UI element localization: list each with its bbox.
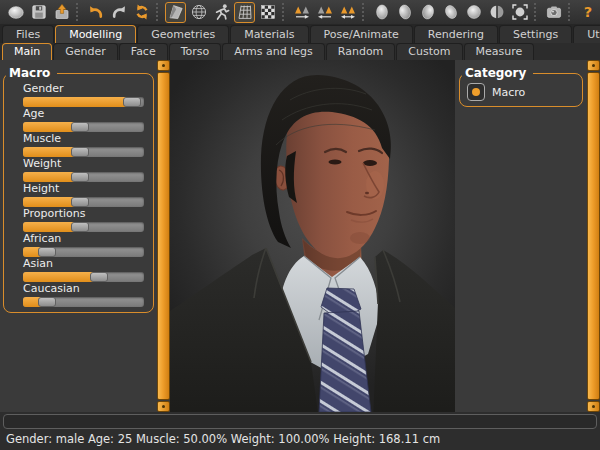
toolbar-group <box>4 2 73 23</box>
smooth-shading-button[interactable] <box>165 2 186 23</box>
slider-handle[interactable] <box>71 172 89 182</box>
slider-handle[interactable] <box>71 197 89 207</box>
view-top-button[interactable] <box>463 2 484 23</box>
save-button[interactable] <box>28 2 49 23</box>
symmetry-both-button[interactable] <box>337 2 358 23</box>
texture-button[interactable] <box>257 2 278 23</box>
reset-button[interactable] <box>131 2 152 23</box>
slider-label: Weight <box>23 158 144 170</box>
tab-pose-animate[interactable]: Pose/Animate <box>310 25 413 43</box>
undo-icon <box>87 3 105 21</box>
scrollbar-down-button[interactable] <box>157 401 170 412</box>
view-quarter-right-button[interactable] <box>440 2 461 23</box>
macro-group-box: Macro GenderAgeMuscleWeightHeightProport… <box>3 73 154 313</box>
category-option-macro[interactable]: Macro <box>465 82 577 104</box>
mesh-icon <box>7 3 25 21</box>
svg-text:?: ? <box>583 4 591 20</box>
help-button[interactable]: ? <box>577 2 598 23</box>
radio-button[interactable] <box>467 83 485 101</box>
view-front-button[interactable] <box>371 2 392 23</box>
view-focus-icon <box>511 3 529 21</box>
toolbar-group <box>164 2 279 23</box>
toolbar-group <box>84 2 153 23</box>
slider-handle[interactable] <box>38 297 56 307</box>
tab-torso[interactable]: Torso <box>169 43 222 60</box>
slider-handle[interactable] <box>90 272 108 282</box>
redo-button[interactable] <box>108 2 129 23</box>
tab-geometries[interactable]: Geometries <box>137 25 229 43</box>
slider-label: Asian <box>23 258 144 270</box>
tab-modelling[interactable]: Modelling <box>55 25 136 43</box>
toolbar-group: ? <box>576 2 599 23</box>
tab-rendering[interactable]: Rendering <box>414 25 498 43</box>
toolbar-group <box>542 2 565 23</box>
slider-track[interactable] <box>23 172 144 182</box>
slider-handle[interactable] <box>71 122 89 132</box>
slider-track[interactable] <box>23 297 144 307</box>
tab-gender[interactable]: Gender <box>53 43 118 60</box>
scrollbar-thumb[interactable] <box>157 72 170 400</box>
toolbar-separator <box>362 3 367 21</box>
save-icon <box>30 3 48 21</box>
slider-track[interactable] <box>23 222 144 232</box>
slider-track[interactable] <box>23 147 144 157</box>
undo-button[interactable] <box>85 2 106 23</box>
toolbar-separator <box>282 3 287 21</box>
slider-track[interactable] <box>23 97 144 107</box>
3d-viewport[interactable] <box>170 60 455 412</box>
slider-handle[interactable] <box>71 222 89 232</box>
view-focus-button[interactable] <box>509 2 530 23</box>
slider-track[interactable] <box>23 122 144 132</box>
slider-track[interactable] <box>23 272 144 282</box>
scrollbar-thumb[interactable] <box>587 72 600 400</box>
scrollbar-up-button[interactable] <box>587 60 600 71</box>
pose-button[interactable] <box>211 2 232 23</box>
view-side-button[interactable] <box>417 2 438 23</box>
toolbar: ? <box>0 0 600 24</box>
tab-utilities[interactable]: Utilities <box>573 25 600 43</box>
tab-arms-and-legs[interactable]: Arms and legs <box>222 43 325 60</box>
tab-main[interactable]: Main <box>2 43 52 60</box>
symmetry-right-button[interactable] <box>291 2 312 23</box>
tab-measure[interactable]: Measure <box>464 43 535 60</box>
export-button[interactable] <box>51 2 72 23</box>
right-panel-scrollbar[interactable] <box>587 60 600 412</box>
tab-face[interactable]: Face <box>119 43 168 60</box>
symmetry-both-icon <box>339 3 357 21</box>
slider-handle[interactable] <box>123 97 141 107</box>
wireframe-button[interactable] <box>188 2 209 23</box>
view-split-button[interactable] <box>486 2 507 23</box>
model-chin-shade <box>350 232 370 244</box>
model-eye-left <box>329 159 342 164</box>
scrollbar-up-button[interactable] <box>157 60 170 71</box>
slider-track[interactable] <box>23 247 144 257</box>
slider-handle[interactable] <box>38 247 56 257</box>
tab-settings[interactable]: Settings <box>499 25 572 43</box>
tab-random[interactable]: Random <box>326 43 396 60</box>
left-panel-scrollbar[interactable] <box>157 60 170 412</box>
main-tab-bar: FilesModellingGeometriesMaterialsPose/An… <box>0 24 600 43</box>
tab-materials[interactable]: Materials <box>230 25 308 43</box>
slider-gender: Gender <box>23 83 144 107</box>
category-panel: Category Macro <box>455 60 587 412</box>
model-eye-right <box>363 160 377 166</box>
view-quarter-left-button[interactable] <box>394 2 415 23</box>
scrollbar-down-button[interactable] <box>587 401 600 412</box>
progress-bar <box>3 414 597 429</box>
category-group-title: Category <box>462 66 533 81</box>
redo-icon <box>110 3 128 21</box>
slider-muscle: Muscle <box>23 133 144 157</box>
slider-handle[interactable] <box>71 147 89 157</box>
symmetry-left-button[interactable] <box>314 2 335 23</box>
screenshot-button[interactable] <box>543 2 564 23</box>
status-text: Gender: male Age: 25 Muscle: 50.00% Weig… <box>6 432 440 446</box>
tab-files[interactable]: Files <box>2 25 54 43</box>
grid-button[interactable] <box>234 2 255 23</box>
view-split-icon <box>488 3 506 21</box>
mesh-button[interactable] <box>5 2 26 23</box>
slider-weight: Weight <box>23 158 144 182</box>
slider-african: African <box>23 233 144 257</box>
slider-label: Gender <box>23 83 144 95</box>
tab-custom[interactable]: Custom <box>396 43 462 60</box>
slider-track[interactable] <box>23 197 144 207</box>
